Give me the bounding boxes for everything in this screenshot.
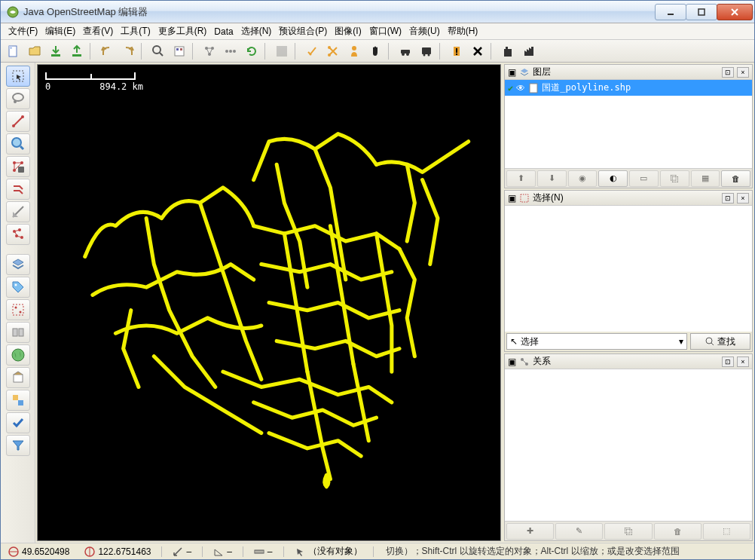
status-length: –: [267, 546, 273, 557]
edit-relation-button[interactable]: ✎: [555, 523, 603, 540]
menu-data[interactable]: Data: [211, 25, 236, 38]
svg-point-36: [12, 138, 21, 147]
menu-file[interactable]: 文件(F): [5, 23, 41, 39]
panel-pin-icon[interactable]: ⊡: [722, 357, 734, 367]
duplicate-relation-button[interactable]: ⿻: [604, 523, 652, 540]
svg-point-33: [14, 100, 17, 103]
delete-tool[interactable]: [6, 156, 30, 177]
activate-button[interactable]: ▦: [691, 170, 720, 187]
search-button[interactable]: [148, 41, 168, 61]
validator-icon[interactable]: [6, 412, 30, 433]
collapse-icon[interactable]: ▣: [508, 67, 516, 78]
map-canvas[interactable]: 0894.2 km: [37, 64, 501, 541]
conflict-icon[interactable]: [6, 390, 30, 411]
warning-icon[interactable]: [447, 41, 466, 61]
improve-tool[interactable]: [6, 201, 30, 222]
move-up-button[interactable]: ⬆: [506, 170, 536, 187]
lasso-tool[interactable]: [6, 88, 30, 109]
select-tool[interactable]: [6, 66, 30, 87]
person-icon[interactable]: [344, 41, 364, 61]
svg-point-13: [225, 50, 228, 53]
preferences-button[interactable]: [170, 41, 189, 61]
duplicate-button[interactable]: ⿻: [660, 170, 689, 187]
map-icon[interactable]: [6, 344, 30, 366]
status-heading: –: [186, 546, 191, 557]
download-button[interactable]: [46, 41, 66, 61]
selection-icon[interactable]: [6, 299, 30, 320]
select-relation-button[interactable]: ⬚: [703, 523, 750, 540]
opacity-button[interactable]: ◐: [598, 170, 628, 187]
panel-close-icon[interactable]: ×: [737, 357, 749, 367]
panel-close-icon[interactable]: ×: [737, 193, 749, 203]
svg-point-48: [19, 311, 21, 314]
search-button[interactable]: 查找: [690, 333, 750, 350]
layers-icon[interactable]: [6, 254, 30, 275]
new-button[interactable]: [4, 41, 23, 61]
new-relation-button[interactable]: ✚: [506, 523, 554, 540]
redo-button[interactable]: [118, 41, 138, 61]
close-button[interactable]: [717, 4, 753, 20]
svg-rect-46: [13, 304, 23, 315]
menu-presets[interactable]: 预设组合(P): [276, 23, 330, 39]
scale-bar: 0894.2 km: [45, 72, 143, 92]
delete-layer-button[interactable]: 🗑: [721, 170, 750, 187]
panel-close-icon[interactable]: ×: [737, 67, 749, 78]
menu-audio[interactable]: 音频(U): [406, 23, 443, 39]
lat-icon: [8, 546, 19, 557]
status-lon: 122.6751463: [98, 546, 151, 557]
selection-dropdown[interactable]: ↖ 选择 ▾: [506, 333, 687, 350]
menu-moretools[interactable]: 更多工具(R): [155, 23, 210, 39]
menu-window[interactable]: 窗口(W): [366, 23, 405, 39]
factory-icon[interactable]: [519, 41, 539, 61]
menu-edit[interactable]: 编辑(E): [42, 23, 78, 39]
length-icon: [254, 546, 264, 557]
svg-point-25: [428, 54, 430, 56]
panel-pin-icon[interactable]: ⊡: [722, 193, 734, 203]
menu-view[interactable]: 查看(V): [80, 23, 116, 39]
toggle-button[interactable]: ◉: [568, 170, 598, 187]
expert-button[interactable]: [302, 41, 322, 61]
menu-help[interactable]: 帮助(H): [445, 23, 481, 39]
draw-tool[interactable]: [6, 111, 30, 132]
layer-item[interactable]: ✔ 👁 国道_polyline.shp: [505, 80, 752, 96]
menu-select[interactable]: 选择(N): [238, 23, 275, 39]
layers-list[interactable]: ✔ 👁 国道_polyline.shp: [505, 80, 752, 168]
undo-button[interactable]: [97, 41, 117, 61]
delete-relation-button[interactable]: 🗑: [654, 523, 702, 540]
minimize-button[interactable]: [655, 4, 686, 20]
tag-icon[interactable]: [6, 277, 30, 298]
move-down-button[interactable]: ⬇: [537, 170, 567, 187]
history-icon[interactable]: [6, 367, 30, 388]
collapse-icon[interactable]: ▣: [508, 357, 516, 367]
refresh-button[interactable]: [242, 41, 261, 61]
eye-icon[interactable]: 👁: [516, 83, 525, 93]
relation-icon[interactable]: [6, 322, 30, 343]
distribute-button[interactable]: [221, 41, 240, 61]
svg-rect-49: [13, 329, 17, 336]
hand-icon[interactable]: [365, 41, 385, 61]
menu-image[interactable]: 图像(I): [332, 23, 364, 39]
collapse-icon[interactable]: ▣: [508, 193, 516, 203]
wireframe-button[interactable]: [200, 41, 219, 61]
delete-icon[interactable]: [468, 41, 488, 61]
maximize-button[interactable]: [686, 4, 717, 20]
building-icon[interactable]: [498, 41, 518, 61]
scissors-icon[interactable]: [323, 41, 343, 61]
filter-icon[interactable]: [6, 435, 30, 456]
merge-button[interactable]: ▭: [629, 170, 659, 187]
svg-point-18: [328, 54, 331, 57]
menu-tools[interactable]: 工具(T): [118, 23, 153, 39]
status-lat: 49.6520498: [22, 546, 69, 557]
relations-list[interactable]: [505, 369, 752, 521]
parallel-tool[interactable]: [6, 179, 30, 200]
open-button[interactable]: [25, 41, 44, 61]
selection-list[interactable]: [505, 206, 752, 332]
car-icon[interactable]: [396, 41, 415, 61]
relations-panel-header: ▣ 关系 ⊡ ×: [505, 354, 752, 369]
bus-icon[interactable]: [417, 41, 436, 61]
panel-pin-icon[interactable]: ⊡: [722, 67, 734, 78]
extrude-tool[interactable]: [6, 224, 30, 245]
imagery-button[interactable]: [272, 41, 292, 61]
zoom-tool[interactable]: [6, 133, 30, 155]
upload-button[interactable]: [67, 41, 87, 61]
